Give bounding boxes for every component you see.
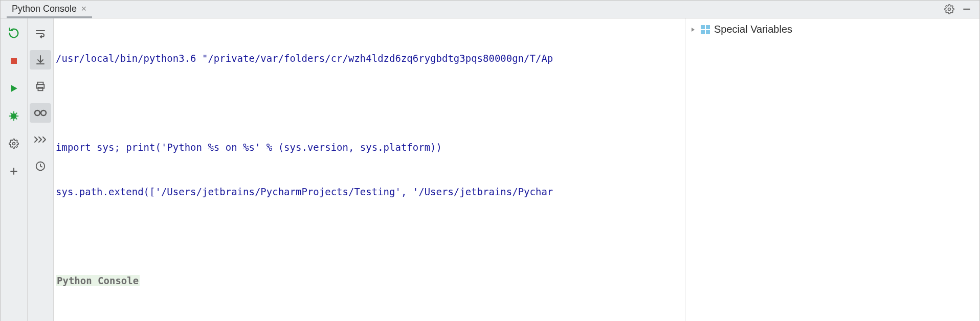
- svg-rect-30: [706, 30, 710, 34]
- svg-marker-3: [11, 85, 17, 92]
- tab-python-console[interactable]: Python Console ✕: [7, 1, 92, 18]
- print-icon[interactable]: [30, 77, 51, 96]
- console-label: Python Console: [54, 273, 685, 288]
- svg-line-10: [16, 118, 17, 120]
- console-line: sys.path.extend(['/Users/jetbrains/Pycha…: [54, 185, 685, 199]
- soft-wrap-icon[interactable]: [30, 24, 51, 43]
- console-line: import sys; print('Python %s on %s' % (s…: [54, 140, 685, 155]
- gear-icon[interactable]: [941, 1, 958, 18]
- console-output[interactable]: /usr/local/bin/python3.6 "/private/var/f…: [54, 18, 685, 321]
- console-input-line: >>> print("I'm a car!"): [54, 318, 685, 321]
- close-icon[interactable]: ✕: [81, 5, 87, 13]
- svg-marker-26: [692, 28, 695, 32]
- rerun-icon[interactable]: [5, 26, 23, 41]
- svg-rect-29: [701, 30, 705, 34]
- add-icon[interactable]: [5, 164, 23, 179]
- debug-icon[interactable]: [5, 108, 23, 124]
- resume-icon[interactable]: [5, 81, 23, 96]
- console-line: /usr/local/bin/python3.6 "/private/var/f…: [54, 51, 685, 66]
- stop-icon[interactable]: [5, 53, 23, 68]
- svg-line-11: [11, 118, 12, 120]
- svg-point-22: [35, 110, 40, 116]
- history-icon[interactable]: [30, 156, 51, 176]
- console-line: [54, 229, 685, 244]
- svg-rect-28: [706, 25, 710, 29]
- tab-strip: Python Console ✕: [1, 1, 979, 18]
- svg-rect-2: [11, 58, 17, 64]
- left-toolbar: [1, 18, 27, 321]
- python-console-tool-window: Python Console ✕: [0, 0, 980, 321]
- show-vars-icon[interactable]: [30, 103, 51, 123]
- chevron-right-icon: [689, 26, 697, 33]
- scroll-to-end-icon[interactable]: [30, 50, 51, 70]
- tab-label: Python Console: [12, 4, 77, 14]
- svg-point-0: [948, 8, 951, 11]
- variables-panel: Special Variables: [685, 18, 979, 321]
- svg-line-9: [11, 113, 12, 114]
- settings-icon[interactable]: [5, 136, 23, 151]
- console-toolbar: [27, 18, 54, 321]
- panel-body: /usr/local/bin/python3.6 "/private/var/f…: [1, 18, 979, 321]
- svg-line-12: [16, 113, 17, 114]
- svg-point-23: [41, 110, 46, 116]
- execute-multiline-icon[interactable]: [30, 130, 51, 149]
- minimize-icon[interactable]: [958, 1, 975, 18]
- windows-icon: [701, 25, 710, 34]
- svg-point-13: [13, 143, 15, 145]
- svg-rect-27: [701, 25, 705, 29]
- special-variables-node[interactable]: Special Variables: [689, 24, 974, 35]
- console-line: [54, 96, 685, 110]
- variables-header-label: Special Variables: [714, 24, 792, 35]
